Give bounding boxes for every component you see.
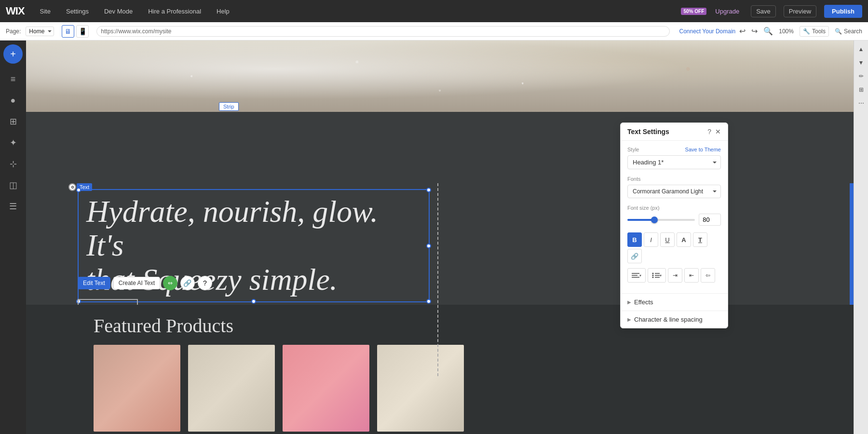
layout-icon[interactable]: ◫ xyxy=(3,176,23,195)
rtl-button[interactable]: ⇦ xyxy=(701,268,715,283)
effects-section: ▶ Effects xyxy=(621,293,728,311)
dark-section: ⚙ Text Hydrate, nourish, glow. It's that… xyxy=(26,112,854,305)
link-icon[interactable]: 🔗 xyxy=(180,276,195,290)
undo-icon[interactable]: ↩ xyxy=(739,27,746,36)
panel-help-icon[interactable]: ? xyxy=(707,128,711,136)
text-highlight-button[interactable]: T xyxy=(693,232,707,247)
link-button[interactable]: 🔗 xyxy=(627,249,642,263)
font-size-label: Font size (px) xyxy=(627,205,721,211)
featured-section: Featured Products xyxy=(26,305,854,434)
preview-button[interactable]: Preview xyxy=(784,5,816,17)
product-card-2[interactable] xyxy=(188,345,275,432)
redo-icon[interactable]: ↪ xyxy=(751,27,758,36)
products-row xyxy=(94,345,786,432)
product-card-3[interactable] xyxy=(283,345,369,432)
left-sidebar: + ≡ ● ⊞ ✦ ⊹ ◫ ☰ xyxy=(0,41,26,434)
more-icon[interactable]: ☰ xyxy=(3,197,23,216)
scroll-down-icon[interactable]: ▼ xyxy=(855,57,867,68)
toggle-icon[interactable]: ⇔ xyxy=(163,276,177,290)
fonts-section: Fonts Cormorant Garamond Light xyxy=(627,176,721,198)
tools-button[interactable]: 🔧 Tools xyxy=(800,26,829,37)
upgrade-badge: 50% OFF xyxy=(681,8,706,15)
background-image xyxy=(26,41,854,112)
list-button[interactable]: ▾ xyxy=(648,268,666,283)
right-edge-panel: ▲ ▼ ✏ ⊞ ⋯ xyxy=(854,41,868,434)
tools-label: Tools xyxy=(812,28,826,35)
help-icon[interactable]: ? xyxy=(198,276,212,290)
mobile-icon[interactable]: 📱 xyxy=(76,25,89,38)
svg-point-7 xyxy=(652,277,654,278)
underline-button[interactable]: U xyxy=(660,232,675,247)
italic-button[interactable]: I xyxy=(644,232,658,247)
page-select[interactable]: Home xyxy=(26,27,54,36)
canvas-area: Strip ⚙ Text Hydrate, nourish, glow. It'… xyxy=(26,41,854,434)
search-button[interactable]: 🔍 Search xyxy=(835,28,862,35)
resize-handle-br[interactable] xyxy=(426,299,431,304)
resize-handle-bc[interactable] xyxy=(251,299,256,304)
text-settings-panel: Text Settings ? ✕ Style Save to Theme He… xyxy=(620,122,728,328)
search-icon: 🔍 xyxy=(835,28,842,35)
nav-help[interactable]: Help xyxy=(213,6,233,17)
nav-devmode[interactable]: Dev Mode xyxy=(100,6,136,17)
url-bar: https://www.wix.com/mysite xyxy=(96,26,669,37)
main-layout: + ≡ ● ⊞ ✦ ⊹ ◫ ☰ Strip ⚙ Text xyxy=(0,41,868,434)
apps-icon[interactable]: ⊹ xyxy=(3,154,23,174)
scroll-up-icon[interactable]: ▲ xyxy=(855,43,867,55)
font-size-input[interactable] xyxy=(699,214,721,226)
more-options-icon[interactable]: ⋯ xyxy=(855,97,867,109)
wix-logo: WIX xyxy=(6,5,25,17)
background-section xyxy=(26,41,854,112)
indent-increase-button[interactable]: ⇥ xyxy=(668,268,682,283)
top-bar: WIX Site Settings Dev Mode Hire a Profes… xyxy=(0,0,868,22)
save-to-theme-link[interactable]: Save to Theme xyxy=(685,147,721,152)
zoom-icon[interactable]: 🔍 xyxy=(763,27,773,36)
featured-title: Featured Products xyxy=(94,314,233,337)
effects-header[interactable]: ▶ Effects xyxy=(627,298,721,306)
fonts-label: Fonts xyxy=(627,176,721,182)
panel-close-icon[interactable]: ✕ xyxy=(715,128,721,136)
align-toolbar: ▾ ▾ ⇥ ⇤ ⇦ xyxy=(627,268,721,283)
panel-header: Text Settings ? ✕ xyxy=(621,123,728,141)
save-button[interactable]: Save xyxy=(751,5,776,17)
right-icons: ↩ ↪ 🔍 100% 🔧 Tools 🔍 Search xyxy=(739,26,862,37)
text-toolbar: Edit Text Create AI Text ⇔ 🔗 ? xyxy=(78,276,212,290)
product-card-4[interactable] xyxy=(377,345,464,432)
font-size-thumb[interactable] xyxy=(651,217,658,223)
design-icon[interactable]: ● xyxy=(3,91,23,110)
char-spacing-arrow-icon: ▶ xyxy=(627,317,631,322)
connect-domain-link[interactable]: Connect Your Domain xyxy=(679,28,736,35)
pages-icon[interactable]: ≡ xyxy=(3,69,23,89)
create-ai-text-button[interactable]: Create AI Text xyxy=(113,277,160,289)
pen-icon[interactable]: ✏ xyxy=(855,70,867,82)
char-spacing-header[interactable]: ▶ Character & line spacing xyxy=(627,316,721,323)
font-size-section: Font size (px) xyxy=(627,205,721,226)
indent-decrease-button[interactable]: ⇤ xyxy=(684,268,699,283)
product-card-1[interactable] xyxy=(94,345,180,432)
media-icon[interactable]: ✦ xyxy=(3,133,23,152)
align-left-button[interactable]: ▾ xyxy=(627,268,646,283)
resize-handle-tr[interactable] xyxy=(426,188,431,192)
char-spacing-label: Character & line spacing xyxy=(634,316,703,323)
resize-handle-rc[interactable] xyxy=(426,244,431,248)
nav-hire[interactable]: Hire a Professional xyxy=(144,6,205,17)
style-select[interactable]: Heading 1* xyxy=(627,155,721,169)
panel-body: Style Save to Theme Heading 1* Fonts Cor… xyxy=(621,141,728,293)
second-bar: Page: Home 🖥 📱 https://www.wix.com/mysit… xyxy=(0,22,868,41)
nav-site[interactable]: Site xyxy=(36,6,54,17)
publish-button[interactable]: Publish xyxy=(824,5,862,18)
add-element-button[interactable]: + xyxy=(3,44,23,64)
upgrade-button[interactable]: Upgrade xyxy=(715,8,739,15)
grid-icon[interactable]: ⊞ xyxy=(855,84,867,95)
strip-label[interactable]: Strip xyxy=(219,102,239,111)
style-section: Style Save to Theme Heading 1* xyxy=(627,147,721,169)
page-label: Page: xyxy=(6,28,21,35)
text-color-button[interactable]: A xyxy=(677,232,691,247)
edit-text-button[interactable]: Edit Text xyxy=(78,277,110,289)
widgets-icon[interactable]: ⊞ xyxy=(3,112,23,131)
nav-settings[interactable]: Settings xyxy=(62,6,93,17)
desktop-icon[interactable]: 🖥 xyxy=(62,25,74,38)
bold-button[interactable]: B xyxy=(627,232,642,247)
fonts-select[interactable]: Cormorant Garamond Light xyxy=(627,185,721,198)
font-size-slider[interactable] xyxy=(627,219,695,221)
resize-handle-tl[interactable] xyxy=(76,188,81,192)
